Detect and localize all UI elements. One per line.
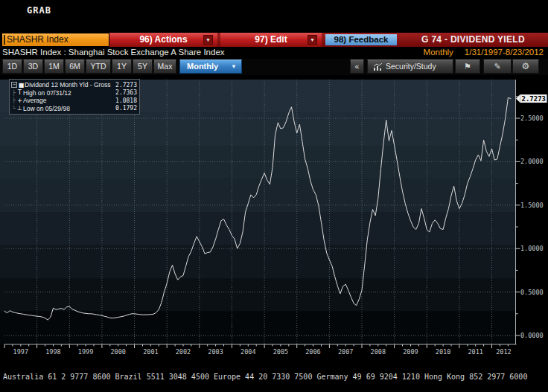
period-label: Monthly bbox=[424, 48, 453, 57]
footer-contact-line1: Australia 61 2 9777 8600 Brazil 5511 304… bbox=[0, 373, 548, 382]
tab-5y[interactable]: 5Y bbox=[133, 60, 153, 74]
svg-text:0.0000: 0.0000 bbox=[520, 332, 544, 339]
chart-background-bands bbox=[0, 80, 516, 344]
bloomberg-terminal-window: GRAB SHASHR Index 96) Actions ▼ 97) Edit… bbox=[0, 0, 548, 392]
edit-menu-button[interactable]: 97) Edit ▼ bbox=[220, 33, 322, 47]
svg-text:2005: 2005 bbox=[273, 348, 288, 356]
svg-text:1997: 1997 bbox=[13, 348, 28, 356]
tree-branch-icon: └ bbox=[11, 106, 16, 112]
svg-text:2003: 2003 bbox=[208, 348, 223, 356]
security-ticker-input[interactable]: SHASHR Index bbox=[2, 33, 109, 46]
svg-text:1.5000: 1.5000 bbox=[520, 202, 544, 209]
legend-high-value: 2.7363 bbox=[115, 89, 137, 96]
actions-menu-button[interactable]: 96) Actions ▼ bbox=[109, 33, 217, 47]
svg-text:2011: 2011 bbox=[468, 348, 482, 356]
edit-menu-label: 97) Edit bbox=[255, 34, 287, 45]
security-study-label: Security/Study bbox=[386, 62, 436, 71]
date-range-label: 1/31/1997-8/23/2012 bbox=[465, 48, 544, 57]
function-title: G 74 - DIVIDEND YIELD bbox=[400, 33, 547, 47]
legend-row-series: − ■ Dividend 12 Month Yld - Gross 2.7273 bbox=[11, 81, 137, 89]
tab-1d[interactable]: 1D bbox=[2, 60, 22, 74]
svg-text:0.5000: 0.5000 bbox=[520, 289, 544, 296]
tab-1y[interactable]: 1Y bbox=[112, 60, 132, 74]
dividend-yield-chart[interactable]: 0.00000.50001.00001.50002.00002.50001997… bbox=[0, 75, 548, 356]
svg-text:2.0000: 2.0000 bbox=[520, 158, 544, 165]
legend-row-average: ├ + Average 1.0818 bbox=[11, 97, 137, 105]
last-value-marker: 2.7273 bbox=[516, 94, 547, 103]
feedback-button[interactable]: 98) Feedback bbox=[325, 34, 397, 45]
svg-text:2.7273: 2.7273 bbox=[522, 95, 547, 103]
legend-row-low: └ ⊥ Low on 05/29/98 0.1792 bbox=[11, 105, 137, 113]
actions-menu-label: 96) Actions bbox=[139, 34, 187, 45]
security-ticker-value: SHASHR Index bbox=[7, 34, 68, 45]
average-marker-icon: + bbox=[16, 97, 23, 104]
svg-text:2010: 2010 bbox=[436, 348, 450, 356]
svg-text:2008: 2008 bbox=[371, 348, 386, 356]
svg-text:1998: 1998 bbox=[45, 348, 60, 356]
collapse-toolbar-button[interactable]: « bbox=[350, 60, 364, 74]
legend-row-high: ├ T High on 07/31/12 2.7363 bbox=[11, 89, 137, 97]
security-description: SHASHR Index : Shanghai Stock Exchange A… bbox=[2, 48, 225, 57]
svg-text:2004: 2004 bbox=[240, 348, 255, 356]
chart-line-icon bbox=[373, 63, 383, 71]
high-marker-icon: T bbox=[16, 89, 23, 96]
series-marker-icon: ■ bbox=[18, 82, 25, 89]
svg-text:2000: 2000 bbox=[110, 348, 125, 356]
tab-ytd[interactable]: YTD bbox=[86, 60, 111, 74]
grab-label: GRAB bbox=[27, 5, 51, 16]
svg-text:2012: 2012 bbox=[496, 348, 511, 356]
chevron-down-icon: ▼ bbox=[231, 60, 237, 74]
legend-series-value: 2.7273 bbox=[115, 82, 137, 89]
period-dropdown[interactable]: Monthly ▼ bbox=[179, 60, 242, 74]
legend-series-label: Dividend 12 Month Yld - Gross bbox=[25, 81, 115, 89]
svg-text:2009: 2009 bbox=[403, 348, 418, 356]
legend-collapse-toggle[interactable]: − bbox=[11, 82, 17, 88]
legend-low-value: 0.1792 bbox=[115, 105, 137, 112]
svg-text:2002: 2002 bbox=[176, 348, 191, 356]
annotate-icon[interactable]: ✎ bbox=[483, 60, 512, 74]
chevron-down-icon[interactable]: ▼ bbox=[203, 35, 213, 45]
chart-toolbar: 1D 3D 1M 6M YTD 1Y 5Y Max Monthly ▼ « Se… bbox=[0, 59, 548, 75]
legend-average-value: 1.0818 bbox=[115, 97, 137, 104]
flag-icon[interactable]: ⚑ bbox=[455, 60, 480, 74]
menu-bar: SHASHR Index 96) Actions ▼ 97) Edit ▼ 98… bbox=[0, 33, 548, 47]
period-dropdown-value: Monthly bbox=[187, 62, 218, 71]
legend-low-label: Low on 05/29/98 bbox=[23, 105, 115, 112]
tab-6m[interactable]: 6M bbox=[65, 60, 85, 74]
svg-text:1.0000: 1.0000 bbox=[520, 245, 544, 252]
tab-3d[interactable]: 3D bbox=[23, 60, 43, 74]
text-cursor bbox=[4, 35, 5, 45]
y-axis-labels: 0.00000.50001.00001.50002.00002.5000 bbox=[516, 97, 544, 339]
chevron-down-icon[interactable]: ▼ bbox=[308, 35, 317, 45]
legend-high-label: High on 07/31/12 bbox=[23, 89, 115, 97]
legend-average-label: Average bbox=[23, 97, 115, 104]
chart-legend: − ■ Dividend 12 Month Yld - Gross 2.7273… bbox=[9, 79, 140, 115]
tree-branch-icon: ├ bbox=[11, 97, 16, 103]
subtitle-right: Monthly 1/31/1997-8/23/2012 bbox=[424, 48, 544, 57]
terminal-footer: Australia 61 2 9777 8600 Brazil 5511 304… bbox=[0, 356, 548, 392]
svg-text:2001: 2001 bbox=[143, 348, 158, 356]
tree-branch-icon: ├ bbox=[11, 90, 16, 96]
tab-1m[interactable]: 1M bbox=[44, 60, 64, 74]
svg-text:1999: 1999 bbox=[78, 348, 93, 356]
tab-max[interactable]: Max bbox=[153, 60, 176, 74]
gear-icon[interactable]: ⚙ bbox=[512, 60, 539, 74]
svg-text:2.5000: 2.5000 bbox=[520, 115, 544, 122]
security-study-button[interactable]: Security/Study bbox=[367, 60, 453, 74]
svg-text:2007: 2007 bbox=[338, 348, 353, 356]
subtitle-bar: SHASHR Index : Shanghai Stock Exchange A… bbox=[0, 47, 548, 59]
svg-text:2006: 2006 bbox=[305, 348, 320, 356]
x-axis-labels: 1997199819992000200120022003200420052006… bbox=[4, 344, 512, 356]
low-marker-icon: ⊥ bbox=[16, 105, 23, 112]
menu-red-strip: 96) Actions ▼ 97) Edit ▼ 98) Feedback G … bbox=[109, 33, 548, 47]
